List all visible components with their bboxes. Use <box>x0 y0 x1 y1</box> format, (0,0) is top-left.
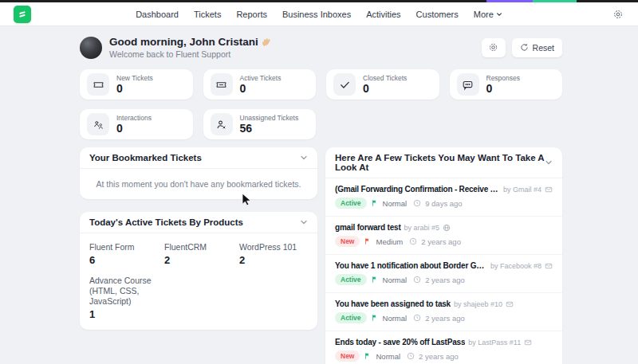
stat-card-interactions[interactable]: Interactions 0 <box>80 109 193 139</box>
flag-icon <box>371 314 379 322</box>
stat-card-new-tickets[interactable]: New Tickets 0 <box>80 69 193 100</box>
products-panel: Today's Active Tickets By Products Fluen… <box>80 212 317 330</box>
fluent-support-dashboard: Dashboard Tickets Reports Business Inbox… <box>0 0 638 364</box>
status-badge: New <box>335 236 360 247</box>
stat-value: 0 <box>363 82 407 95</box>
person-x-icon <box>211 113 233 135</box>
stat-card-closed-tickets[interactable]: Closed Tickets 0 <box>326 69 439 100</box>
suggested-tickets-header[interactable]: Here Are A Few Tickets You May Want To T… <box>325 147 562 178</box>
flag-icon <box>364 237 372 245</box>
ticket-row-gmail-forwarding[interactable]: (Gmail Forwarding Confirmation - Receive… <box>325 178 562 216</box>
greeting-label: Good morning, John Cristani <box>109 36 258 48</box>
global-settings-gear-icon[interactable] <box>612 8 625 21</box>
recording-progress-bar <box>0 0 638 2</box>
ticket-row-lastpass-offer[interactable]: Ends today - save 20% off LastPass by La… <box>325 331 562 364</box>
ticket-title[interactable]: You have 1 notification about Border Gua… <box>335 261 487 270</box>
progress-segment-green <box>533 0 577 2</box>
ticket-row-assigned-to-task[interactable]: You have been assigned to task by shajee… <box>325 292 562 331</box>
flag-icon <box>371 199 379 207</box>
product-name: Fluent Form <box>89 242 158 252</box>
envelope-icon <box>545 186 553 194</box>
status-badge: New <box>335 350 360 362</box>
ticket-time: 9 days ago <box>425 199 462 208</box>
product-count: 2 <box>239 254 308 266</box>
greeting-title: Good morning, John Cristani <box>109 36 482 48</box>
nav-tickets[interactable]: Tickets <box>194 10 221 19</box>
ticket-title[interactable]: (Gmail Forwarding Confirmation - Receive… <box>335 185 500 194</box>
left-column: Your Bookmarked Tickets At this moment y… <box>80 147 317 330</box>
priority-label: Normal <box>376 352 400 361</box>
refresh-icon <box>520 43 529 52</box>
panels-row: Your Bookmarked Tickets At this moment y… <box>80 147 562 364</box>
stat-card-unassigned-tickets[interactable]: Unassigned Tickets 56 <box>203 109 317 139</box>
clock-icon <box>413 314 421 322</box>
product-count: 1 <box>89 308 158 320</box>
nav-more[interactable]: More <box>474 10 502 19</box>
stat-label: Unassigned Tickets <box>240 114 299 122</box>
product-stat-fluent-form: Fluent Form 6 <box>89 242 158 266</box>
ticket-time: 2 years ago <box>421 237 461 246</box>
dashboard-content: Good morning, John Cristani Welcome back… <box>80 26 562 364</box>
products-panel-header[interactable]: Today's Active Tickets By Products <box>80 212 317 233</box>
bookmarked-tickets-header[interactable]: Your Bookmarked Tickets <box>80 147 317 169</box>
suggested-tickets-title: Here Are A Few Tickets You May Want To T… <box>335 153 545 172</box>
priority-label: Normal <box>383 276 408 284</box>
bookmarked-tickets-panel: Your Bookmarked Tickets At this moment y… <box>80 147 317 199</box>
clock-icon <box>413 199 421 207</box>
ticket-time: 2 years ago <box>425 314 465 323</box>
products-panel-title: Today's Active Tickets By Products <box>89 217 243 227</box>
ticket-title[interactable]: Ends today - save 20% off LastPass <box>335 338 465 346</box>
nav-dashboard[interactable]: Dashboard <box>136 10 179 19</box>
clock-icon <box>413 276 421 284</box>
check-icon <box>333 73 356 96</box>
stat-card-responses[interactable]: Responses 0 <box>450 69 563 100</box>
greeting-actions: Reset <box>482 38 562 57</box>
stat-value: 0 <box>486 82 521 95</box>
ticket-byline: by arabi #5 <box>404 224 440 232</box>
reset-button[interactable]: Reset <box>512 38 562 57</box>
nav-activities[interactable]: Activities <box>366 10 400 19</box>
ticket-time: 2 years ago <box>425 276 465 284</box>
stat-value: 0 <box>116 122 152 135</box>
bookmarked-empty-message: At this moment you don't have any bookma… <box>80 169 317 199</box>
ticket-title[interactable]: You have been assigned to task <box>335 299 451 308</box>
stat-label: Active Tickets <box>240 74 282 82</box>
fluent-support-logo[interactable] <box>14 6 31 23</box>
chevron-down-icon[interactable] <box>545 159 553 166</box>
ticket-icon <box>87 73 109 96</box>
status-badge: Active <box>335 312 367 323</box>
product-count: 6 <box>89 254 158 266</box>
product-name: Advance Course (HTML, CSS, JavaScript) <box>89 276 158 307</box>
chevron-down-icon <box>496 11 502 18</box>
greeting-subtitle: Welcome back to Fluent Support <box>109 49 482 59</box>
greeting-row: Good morning, John Cristani Welcome back… <box>80 36 562 59</box>
status-badge: Active <box>335 274 367 285</box>
chevron-down-icon[interactable] <box>300 154 308 162</box>
ticket-row-gmail-forward-test[interactable]: gmail forward test by arabi #5 New Med <box>325 216 562 254</box>
stat-card-active-tickets[interactable]: Active Tickets 0 <box>203 69 317 100</box>
chevron-down-icon[interactable] <box>300 218 308 226</box>
stat-label: New Tickets <box>116 74 153 82</box>
product-stat-wordpress-101: WordPress 101 2 <box>239 242 308 266</box>
product-count: 2 <box>164 254 233 266</box>
avatar[interactable] <box>80 37 102 59</box>
envelope-icon <box>524 339 532 346</box>
nav-reports[interactable]: Reports <box>236 10 267 19</box>
nav-business-inboxes[interactable]: Business Inboxes <box>282 10 351 19</box>
ticket-byline: by LastPass #11 <box>468 339 521 346</box>
product-name: FluentCRM <box>164 242 233 252</box>
dashboard-settings-button[interactable] <box>482 38 506 57</box>
stat-label: Interactions <box>116 114 152 122</box>
ticket-time: 2 years ago <box>419 352 459 361</box>
priority-label: Medium <box>376 237 403 246</box>
stat-value: 56 <box>240 122 299 135</box>
ticket-row-border-guard-notification[interactable]: You have 1 notification about Border Gua… <box>325 254 562 292</box>
nav-customers[interactable]: Customers <box>416 10 459 19</box>
ticket-byline: by shajeeb #10 <box>454 300 502 308</box>
globe-icon <box>443 224 451 232</box>
tickets-list: (Gmail Forwarding Confirmation - Receive… <box>325 178 562 364</box>
ticket-title[interactable]: gmail forward test <box>335 223 401 232</box>
people-swap-icon <box>87 113 109 135</box>
products-grid: Fluent Form 6 FluentCRM 2 WordPress 101 … <box>80 233 317 330</box>
greeting-text: Good morning, John Cristani Welcome back… <box>109 36 482 59</box>
